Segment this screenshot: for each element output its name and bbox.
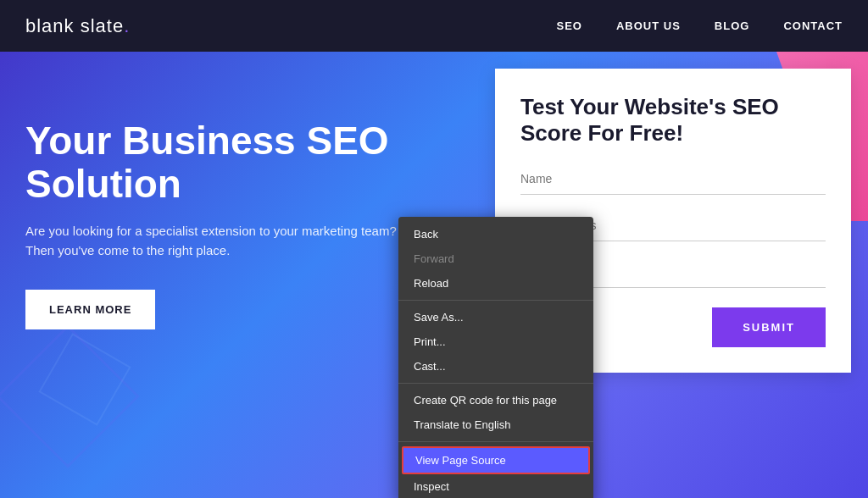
context-menu-inspect[interactable]: Inspect [398, 474, 593, 498]
form-title-line2: Score For Free! [520, 120, 683, 146]
context-menu-cast[interactable]: Cast... [398, 354, 593, 379]
context-menu-sep2 [398, 383, 593, 384]
logo[interactable]: blank slate. [25, 15, 130, 37]
context-menu-forward[interactable]: Forward [398, 246, 593, 271]
header: blank slate. SEO ABOUT US BLOG CONTACT [0, 0, 868, 52]
submit-button[interactable]: SUBMIT [712, 307, 826, 347]
context-menu-sep3 [398, 441, 593, 442]
context-menu-translate[interactable]: Translate to English [398, 412, 593, 437]
form-title-line1: Test Your Website's SEO [520, 94, 779, 119]
context-menu-print[interactable]: Print... [398, 329, 593, 354]
hero-subtitle: Are you looking for a specialist extensi… [25, 222, 415, 260]
context-menu-qr-code[interactable]: Create QR code for this page [398, 388, 593, 412]
name-input[interactable] [520, 163, 826, 195]
context-menu-reload[interactable]: Reload [398, 271, 593, 296]
hero-title: Your Business SEO Solution [25, 119, 424, 205]
nav-item-blog[interactable]: BLOG [715, 19, 750, 32]
context-menu-view-source[interactable]: View Page Source [402, 446, 590, 474]
context-menu: Back Forward Reload Save As... Print... … [398, 217, 593, 498]
nav-item-about[interactable]: ABOUT US [616, 19, 681, 32]
context-menu-back[interactable]: Back [398, 222, 593, 246]
context-menu-save-as[interactable]: Save As... [398, 305, 593, 329]
logo-dot: . [124, 15, 130, 36]
form-title: Test Your Website's SEO Score For Free! [520, 94, 826, 147]
hero-section: Your Business SEO Solution Are you looki… [0, 52, 868, 498]
context-menu-sep1 [398, 300, 593, 301]
navigation: SEO ABOUT US BLOG CONTACT [556, 19, 843, 32]
learn-more-button[interactable]: LEARN MORE [25, 290, 155, 329]
nav-item-seo[interactable]: SEO [556, 19, 581, 32]
hero-content: Your Business SEO Solution Are you looki… [25, 119, 424, 329]
nav-item-contact[interactable]: CONTACT [783, 19, 843, 32]
